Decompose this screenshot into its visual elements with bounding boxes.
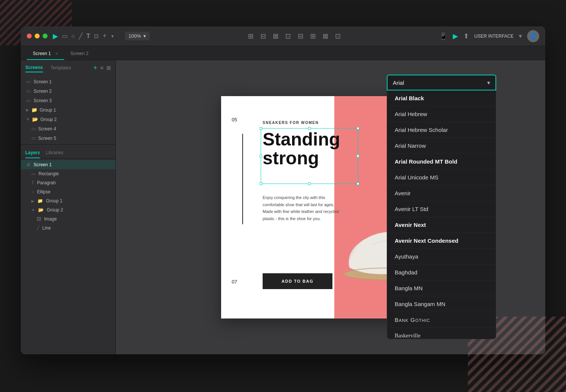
font-chevron-icon: ▾: [487, 79, 490, 86]
design-heading[interactable]: Standing strong: [263, 130, 357, 168]
layer-rectangle[interactable]: ▭ Rectangle: [21, 169, 115, 178]
layer-image-label: Image: [44, 216, 57, 222]
screen4-label: Screen 4: [38, 126, 56, 132]
circle-tool-icon[interactable]: ○: [71, 33, 75, 40]
align-left-icon[interactable]: ⊞: [248, 32, 254, 40]
layer-group1[interactable]: ▶ 📁 Group 1: [21, 196, 115, 205]
font-item-arial-hebrew-scholar[interactable]: Arial Hebrew Scholar: [387, 122, 496, 138]
group2-item[interactable]: ▼ 📂 Group 2: [21, 115, 115, 124]
layer-line[interactable]: ╱ Line: [21, 224, 115, 233]
design-number-top: 05: [232, 117, 237, 122]
group2-label: Group 2: [40, 117, 57, 122]
mobile-preview-icon[interactable]: 📱: [439, 32, 448, 40]
font-item-avenir-lt-std[interactable]: Avenir LT Std: [387, 201, 496, 217]
screen-monitor-icon: 🖥: [26, 162, 31, 167]
grid-view-icon[interactable]: ⊞: [106, 65, 111, 71]
image-tool-icon[interactable]: ⊡: [94, 33, 99, 40]
layer-image[interactable]: 🖼 Image: [21, 214, 115, 224]
share-icon[interactable]: ⬆: [463, 32, 469, 40]
screens-tab[interactable]: Screens: [25, 63, 43, 72]
layer-group1-folder: 📁: [37, 198, 43, 204]
line-tool-icon[interactable]: ╱: [79, 32, 83, 40]
font-input-box[interactable]: Arial ▾: [387, 75, 496, 90]
layers-tab[interactable]: Layers: [25, 148, 40, 158]
sel-handle-lm[interactable]: [260, 155, 262, 158]
add-tool-icon[interactable]: +: [103, 32, 107, 40]
libraries-tab[interactable]: Libraries: [46, 148, 63, 158]
font-item-arial-black[interactable]: Arial Black: [387, 90, 496, 106]
screen3-icon: ▭: [26, 98, 31, 103]
sel-handle-bm[interactable]: [308, 182, 311, 185]
sel-handle-bl[interactable]: [260, 182, 262, 185]
toolbar-right: 📱 ▶ ⬆ USER INTERFACE ▾ 👤: [439, 30, 539, 42]
toolbar-left: ▶ ▭ ○ ╱ T ⊡ + ▾: [53, 32, 114, 40]
select-tool-icon[interactable]: ▶: [53, 32, 58, 40]
font-item-arial-narrow[interactable]: Arial Narrow: [387, 138, 496, 154]
screen2-label: Screen 2: [34, 89, 52, 94]
design-vertical-line: [242, 134, 243, 224]
screen5-item[interactable]: ▭ Screen 5: [21, 133, 115, 143]
maximize-button[interactable]: [43, 34, 48, 38]
minimize-button[interactable]: [35, 34, 40, 38]
main-content: Screens Templates + ≡ ⊞ ▭ Screen 1 ▭: [21, 60, 545, 354]
sidebar: Screens Templates + ≡ ⊞ ▭ Screen 1 ▭: [21, 60, 116, 354]
font-item-bank-gothic[interactable]: Bank Gothic: [387, 312, 496, 328]
font-item-arial-rounded[interactable]: Arial Rounded MT Bold: [387, 154, 496, 170]
group2-arrow: ▼: [26, 117, 30, 121]
font-item-bangla-mn[interactable]: Bangla MN: [387, 280, 496, 296]
app-window: ▶ ▭ ○ ╱ T ⊡ + ▾ 100% ▾ ⊞ ⊟ ⊠ ⊡ ⊟ ⊞ ⊠ ⊡ 📱: [21, 26, 545, 354]
font-item-avenir-next[interactable]: Avenir Next: [387, 217, 496, 233]
close-button[interactable]: [27, 34, 32, 38]
layer-group2[interactable]: ▼ 📂 Group 2: [21, 205, 115, 214]
layer-ellipse[interactable]: ○ Ellipse: [21, 187, 115, 196]
zoom-value: 100%: [129, 33, 141, 39]
design-body-text: Enjoy conquering the city with this comf…: [263, 194, 344, 222]
templates-tab[interactable]: Templates: [51, 64, 71, 72]
distribute-v-icon[interactable]: ⊡: [335, 32, 341, 40]
rect-tool-icon[interactable]: ▭: [62, 32, 68, 40]
user-dropdown-arrow[interactable]: ▾: [519, 32, 522, 40]
play-icon[interactable]: ▶: [453, 32, 458, 40]
user-label[interactable]: USER INTERFACE: [474, 34, 514, 39]
font-item-arial-unicode[interactable]: Arial Unicode MS: [387, 170, 496, 185]
add-screen-icon[interactable]: +: [93, 64, 97, 72]
font-item-avenir-next-condensed[interactable]: Avenir Next Condensed: [387, 233, 496, 249]
font-item-arial-hebrew[interactable]: Arial Hebrew: [387, 106, 496, 122]
list-view-icon[interactable]: ≡: [100, 65, 103, 71]
tab-screen1-close[interactable]: ✕: [55, 52, 58, 56]
screen4-item[interactable]: ▭ Screen 4: [21, 124, 115, 133]
layer-screen1-label: Screen 1: [34, 162, 52, 167]
avatar[interactable]: 👤: [527, 30, 539, 42]
font-item-bangla-sangam[interactable]: Bangla Sangam MN: [387, 296, 496, 312]
tab-screen2-label: Screen 2: [70, 51, 88, 56]
rectangle-icon: ▭: [31, 171, 35, 176]
screen-item-2[interactable]: ▭ Screen 2: [21, 86, 115, 96]
font-dropdown: Arial ▾ Arial Black Arial Hebrew Arial H…: [387, 75, 496, 339]
align-center-v-icon[interactable]: ⊟: [298, 32, 303, 40]
tab-screen1[interactable]: Screen 1 ✕: [27, 48, 64, 60]
align-bottom-icon[interactable]: ⊞: [310, 32, 316, 40]
align-right-icon[interactable]: ⊠: [273, 32, 278, 40]
zoom-control[interactable]: 100% ▾: [125, 32, 150, 40]
align-top-icon[interactable]: ⊡: [285, 32, 291, 40]
font-item-baghdad[interactable]: Baghdad: [387, 265, 496, 280]
group1-item[interactable]: ▶ 📁 Group 1: [21, 105, 115, 115]
font-item-avenir[interactable]: Avenir: [387, 185, 496, 201]
tab-screen2[interactable]: Screen 2: [64, 48, 94, 60]
layer-para-label: Paragrah: [37, 180, 55, 185]
layer-screen1[interactable]: 🖥 Screen 1: [21, 160, 115, 169]
text-tool-icon[interactable]: T: [86, 32, 90, 40]
window-controls: [27, 34, 48, 38]
font-item-baskerville[interactable]: Baskerville: [387, 328, 496, 339]
layer-paragraph[interactable]: T Paragrah: [21, 178, 115, 187]
design-add-to-bag-button[interactable]: ADD TO BAG: [263, 273, 332, 289]
screen-item-3[interactable]: ▭ Screen 3: [21, 96, 115, 105]
distribute-h-icon[interactable]: ⊠: [323, 32, 328, 40]
align-center-h-icon[interactable]: ⊟: [260, 32, 266, 40]
sel-handle-tl[interactable]: [260, 127, 262, 130]
layer-list: 🖥 Screen 1 ▭ Rectangle T Paragrah ○ Elli…: [21, 159, 115, 234]
canvas-area[interactable]: 05 07 SNEAKERS FOR WOMEN Standing strong: [116, 60, 545, 354]
group2-folder-icon: 📂: [32, 116, 38, 122]
font-item-ayuthaya[interactable]: Ayuthaya: [387, 249, 496, 265]
screen-item-1[interactable]: ▭ Screen 1: [21, 77, 115, 86]
